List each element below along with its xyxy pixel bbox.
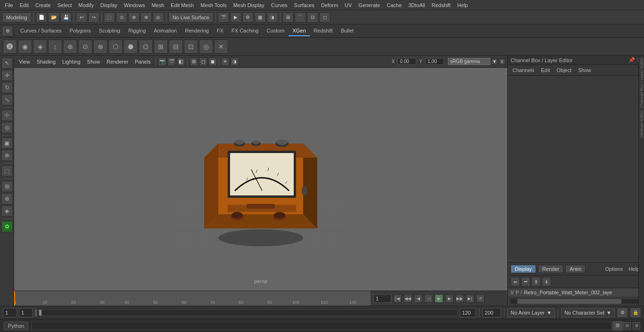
tl-play-fwd[interactable]: ▶ (435, 294, 443, 303)
select-mode-btn[interactable]: ↖ (1, 57, 13, 69)
menu-mesh[interactable]: Mesh (149, 1, 167, 9)
tl-play-back[interactable]: ◁ (424, 294, 433, 303)
rotate-tool-btn[interactable]: ↻ (1, 82, 13, 93)
universal-manip-btn[interactable]: ☩ (1, 110, 13, 121)
layer-rem-sel-btn[interactable]: ⬇ (542, 277, 551, 286)
layers-tab-display[interactable]: Display (511, 265, 536, 273)
layers-options[interactable]: Options (603, 265, 625, 273)
tl-prev-frame[interactable]: ◀ (414, 294, 422, 303)
menu-deform[interactable]: Deform (318, 1, 341, 9)
shelf-tab-fx[interactable]: FX (213, 26, 227, 36)
vt-renderer[interactable]: Renderer (104, 58, 131, 65)
vt-options-btn[interactable]: ≡ (499, 58, 505, 65)
vt-panels[interactable]: Panels (132, 58, 154, 65)
tl-loop-btn[interactable]: ↺ (476, 294, 485, 303)
char-set-field[interactable]: No Character Set ▼ (561, 308, 615, 317)
vt-shadow-btn[interactable]: ◑ (231, 57, 239, 66)
new-scene-btn[interactable]: 📄 (36, 12, 47, 23)
timeline-track[interactable]: 1102030405060708090100110120 (14, 291, 371, 306)
paint-sel-btn[interactable]: ⊕ (1, 150, 13, 161)
ipr-render-btn[interactable]: ▶ (230, 12, 241, 23)
vt-film-btn[interactable]: 🎬 (167, 57, 176, 66)
tl-prev-key[interactable]: ◀◀ (404, 294, 412, 303)
menu-edit[interactable]: Edit (17, 1, 32, 9)
python-label[interactable]: Python (4, 322, 28, 330)
render-btn[interactable]: 🎬 (218, 12, 229, 23)
vt-cam-btn[interactable]: 📷 (158, 57, 166, 66)
current-frame-input[interactable] (373, 294, 391, 303)
layers-scrollbar-thumb[interactable] (517, 299, 622, 304)
marquee-btn[interactable]: ⬚ (1, 165, 13, 177)
ch-menu-channels[interactable]: Channels (511, 66, 536, 74)
vt-hud-btn[interactable]: ◧ (177, 57, 185, 66)
shelf-icon-3[interactable]: ◈ (33, 40, 47, 54)
menu-surfaces[interactable]: Surfaces (291, 1, 317, 9)
shelf-icon-9[interactable]: ⬣ (124, 40, 138, 54)
snap-mode-btn[interactable]: ⊞ (1, 181, 13, 192)
shelf-tab-xgen[interactable]: XGen (289, 26, 309, 36)
menu-uv[interactable]: UV (342, 1, 355, 9)
end-frame-input[interactable] (460, 308, 476, 317)
shelf-icon-6[interactable]: ⊙ (78, 40, 92, 54)
xgen-btn[interactable]: ✿ (1, 221, 13, 232)
hypershade-btn[interactable]: ◑ (267, 12, 278, 23)
render-settings-btn[interactable]: ⚙ (242, 12, 254, 23)
tl-next-key[interactable]: ▶▶ (455, 294, 464, 303)
shelf-gear-btn[interactable]: ⚙ (2, 26, 13, 36)
vt-view[interactable]: View (16, 58, 33, 65)
vt-smooth-btn[interactable]: ◼ (208, 57, 217, 66)
vt-show[interactable]: Show (84, 58, 103, 65)
console-max-btn[interactable]: ⊞ (633, 322, 640, 330)
menu-curves[interactable]: Curves (268, 1, 290, 9)
attr-editor-label[interactable]: Attribute Editor (639, 110, 644, 138)
snap-curve-btn[interactable]: ⌒ (295, 12, 306, 23)
ch-menu-edit[interactable]: Edit (539, 66, 552, 74)
shelf-icon-15[interactable]: ✕ (214, 40, 228, 54)
open-scene-btn[interactable]: 📂 (48, 12, 59, 23)
anim-slider[interactable] (39, 309, 458, 316)
menu-cache[interactable]: Cache (384, 1, 405, 9)
lasso-tool-btn[interactable]: ⊙ (116, 12, 127, 23)
menu-redshift[interactable]: Redshift (429, 1, 453, 9)
tl-go-end[interactable]: ▶| (466, 294, 474, 303)
vt-light-btn[interactable]: ☀ (221, 57, 230, 66)
workspace-selector[interactable]: Modeling (2, 12, 32, 23)
console-settings-btn[interactable]: ⚙ (612, 321, 623, 331)
soft-select-btn[interactable]: ◎ (153, 12, 164, 23)
timeline-playhead[interactable] (14, 291, 15, 306)
layer-del-btn[interactable]: ⮕ (521, 277, 530, 286)
snap-grid-btn[interactable]: ⊞ (282, 12, 294, 23)
range-end-input[interactable] (482, 308, 501, 317)
shelf-tab-animation[interactable]: Animation (150, 26, 181, 36)
shelf-tab-sculpting[interactable]: Sculpting (95, 26, 124, 36)
shelf-icon-2[interactable]: ◉ (18, 40, 32, 54)
menu-modify[interactable]: Modify (75, 1, 96, 9)
ch-menu-object[interactable]: Object (554, 66, 573, 74)
bevel-btn[interactable]: ◈ (1, 205, 13, 217)
scale-tool-btn[interactable]: ⤡ (1, 94, 13, 105)
menu-help[interactable]: Help (454, 1, 471, 9)
layers-tab-render[interactable]: Render (538, 265, 563, 273)
shelf-tab-redshift[interactable]: Redshift (310, 26, 337, 36)
paint-tool-btn[interactable]: ⊕ (128, 12, 140, 23)
vt-shading[interactable]: Shading (34, 58, 58, 65)
layers-tab-anim[interactable]: Anim (565, 265, 586, 273)
menu-mesh-tools[interactable]: Mesh Tools (198, 1, 229, 9)
extrude-btn[interactable]: ⊕ (1, 193, 13, 204)
vt-wire-btn[interactable]: ◻ (199, 57, 207, 66)
layers-scrollbar[interactable] (511, 299, 641, 304)
live-surface-btn[interactable]: No Live Surface (168, 12, 214, 23)
undo-btn[interactable]: ↩ (76, 12, 87, 23)
menu-file[interactable]: File (2, 1, 16, 9)
vt-gamma-arrow[interactable]: ▼ (491, 58, 498, 65)
menu-windows[interactable]: Windows (121, 1, 148, 9)
snap-surface-btn[interactable]: ◻ (319, 12, 330, 23)
panel-pin-btn[interactable]: 📌 (628, 57, 635, 63)
layer-add-sel-btn[interactable]: ⬆ (531, 277, 541, 286)
menu-3dtall[interactable]: 3DtoAll (405, 1, 428, 9)
layer-name[interactable]: Retro_Portable_Watt_Meter_002_laye (524, 290, 641, 295)
menu-display[interactable]: Display (98, 1, 120, 9)
menu-select[interactable]: Select (55, 1, 75, 9)
shelf-tab-custom[interactable]: Custom (263, 26, 289, 36)
vt-gamma-select[interactable]: sRGB gamma (448, 58, 490, 65)
